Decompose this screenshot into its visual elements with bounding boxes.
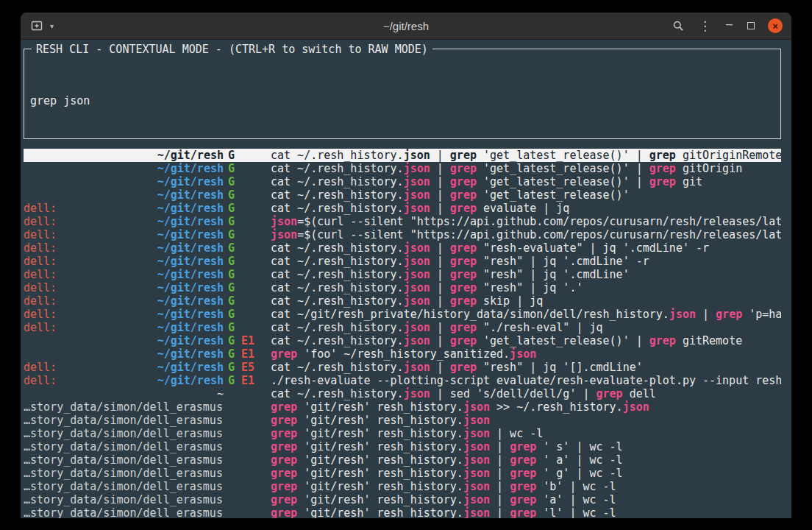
flag-E5: E5	[241, 361, 254, 374]
history-row[interactable]: dell:~/git/reshGcat ~/.resh_history.json…	[24, 294, 781, 308]
history-row[interactable]: dell:~/git/reshGjson=$(curl --silent "ht…	[24, 228, 781, 241]
directory-label: ~/git/resh	[157, 281, 224, 294]
row-flags	[224, 440, 266, 453]
new-tab-button[interactable]	[29, 18, 44, 33]
row-flags: G	[224, 149, 266, 162]
row-context: ~/git/resh	[24, 188, 224, 202]
menu-kebab-icon: ⋮	[699, 20, 711, 32]
row-flags: G	[224, 321, 266, 334]
history-row[interactable]: dell:~/git/reshGjson=$(curl --silent "ht…	[24, 215, 781, 228]
command-text: cat ~/.resh_history.json | grep "resh" |…	[266, 281, 781, 294]
history-row[interactable]: dell:~/git/reshGcat ~/.resh_history.json…	[24, 321, 781, 334]
flag-G: G	[228, 268, 235, 281]
directory-label: ~/git/resh	[157, 294, 224, 308]
host-label: …story_data/simon/dell_erasmus	[24, 467, 223, 480]
history-row[interactable]: dell:~/git/reshGcat ~/.resh_history.json…	[24, 241, 781, 255]
directory-label: ~/git/resh	[157, 175, 224, 188]
minimize-button[interactable]: –	[724, 18, 734, 33]
row-context: ~/git/resh	[24, 347, 224, 361]
flag-G: G	[228, 175, 235, 188]
directory-label: ~	[217, 387, 224, 400]
history-row[interactable]: …story_data/simon/dell_erasmusgrep 'git/…	[24, 493, 781, 506]
history-row[interactable]: dell:~/git/reshGcat ~/.resh_history.json…	[24, 268, 781, 281]
close-button[interactable]: ×	[768, 18, 783, 33]
history-row-selected[interactable]: ~/git/reshGcat ~/.resh_history.json | gr…	[24, 149, 781, 162]
history-row[interactable]: …story_data/simon/dell_erasmusgrep 'git/…	[24, 440, 781, 453]
titlebar-left-controls: ▾	[29, 18, 55, 33]
host-label: dell:	[24, 281, 57, 294]
chevron-down-icon: ▾	[50, 22, 54, 30]
host-label: dell:	[24, 202, 57, 215]
history-row[interactable]: …story_data/simon/dell_erasmusgrep 'git/…	[24, 453, 781, 467]
row-flags: G E5	[224, 361, 266, 374]
directory-label: ~/git/resh	[157, 347, 224, 361]
row-flags: G	[224, 188, 266, 202]
command-text: cat ~/.resh_history.json | grep "resh" |…	[266, 361, 781, 374]
search-query-input[interactable]: grep json	[30, 94, 774, 107]
history-row[interactable]: dell:~/git/reshGcat ~/.resh_history.json…	[24, 255, 781, 268]
host-label: …story_data/simon/dell_erasmus	[24, 480, 223, 493]
host-label: …story_data/simon/dell_erasmus	[24, 506, 223, 518]
history-row[interactable]: ~/git/reshG E1cat ~/.resh_history.json |…	[24, 334, 781, 347]
flag-G: G	[228, 149, 235, 162]
history-row[interactable]: dell:~/git/reshGcat ~/.resh_history.json…	[24, 202, 781, 215]
menu-button[interactable]: ⋮	[697, 18, 713, 34]
history-row[interactable]: …story_data/simon/dell_erasmusgrep 'git/…	[24, 506, 781, 518]
command-text: cat ~/.resh_history.json | grep 'get_lat…	[266, 175, 781, 188]
host-label: dell:	[24, 308, 57, 321]
command-text: grep 'git/resh' resh_history.json | grep…	[266, 453, 781, 467]
flag-E1: E1	[241, 374, 254, 387]
row-flags: G	[224, 162, 266, 175]
row-context: ~/git/resh	[24, 149, 224, 162]
history-row[interactable]: …story_data/simon/dell_erasmusgrep 'git/…	[24, 467, 781, 480]
command-text: ./resh-evaluate --plotting-script evalua…	[266, 374, 781, 387]
command-text: cat ~/.resh_history.json | grep evaluate…	[266, 202, 781, 215]
command-text: cat ~/.resh_history.json | grep 'get_lat…	[266, 188, 781, 202]
directory-label: ~/git/resh	[157, 228, 224, 241]
flag-G: G	[228, 188, 235, 202]
row-context: dell:~/git/resh	[24, 215, 224, 228]
history-row[interactable]: dell:~/git/reshG E5cat ~/.resh_history.j…	[24, 361, 781, 374]
history-row[interactable]: ~/git/reshGcat ~/.resh_history.json | gr…	[24, 162, 781, 175]
command-text: cat ~/.resh_history.json | grep "./resh-…	[266, 321, 781, 334]
history-row[interactable]: dell:~/git/reshG E1./resh-evaluate --plo…	[24, 374, 781, 387]
row-context: dell:~/git/resh	[24, 294, 224, 308]
row-context: …story_data/simon/dell_erasmus	[24, 453, 224, 467]
command-text: grep 'git/resh' resh_history.json | grep…	[266, 506, 781, 518]
history-row[interactable]: ~/git/reshG E1grep 'foo' ~/resh_history_…	[24, 347, 781, 361]
history-row[interactable]: …story_data/simon/dell_erasmusgrep 'git/…	[24, 480, 781, 493]
flag-G: G	[228, 215, 235, 228]
history-row[interactable]: ~/git/reshGcat ~/.resh_history.json | gr…	[24, 188, 781, 202]
row-flags: G E1	[224, 347, 266, 361]
flag-G: G	[228, 255, 235, 268]
command-text: cat ~/git/resh_private/history_data/simo…	[266, 308, 781, 321]
search-icon	[672, 20, 684, 32]
row-flags: G	[224, 255, 266, 268]
history-row[interactable]: …story_data/simon/dell_erasmusgrep 'git/…	[24, 414, 781, 427]
history-row[interactable]: dell:~/git/reshGcat ~/git/resh_private/h…	[24, 308, 781, 321]
history-row[interactable]: …story_data/simon/dell_erasmusgrep 'git/…	[24, 400, 781, 414]
history-row[interactable]: ~cat ~/.resh_history.json | sed 's/dell/…	[24, 387, 781, 400]
host-label: dell:	[24, 294, 57, 308]
host-label: dell:	[24, 361, 57, 374]
flag-E1: E1	[241, 334, 254, 347]
restore-button[interactable]	[746, 21, 756, 31]
tab-dropdown-button[interactable]: ▾	[49, 21, 55, 32]
window-title: ~/git/resh	[383, 20, 429, 32]
row-flags: G	[224, 202, 266, 215]
row-context: dell:~/git/resh	[24, 308, 224, 321]
search-button[interactable]	[671, 18, 685, 33]
row-context: …story_data/simon/dell_erasmus	[24, 467, 224, 480]
directory-label: ~/git/resh	[157, 361, 224, 374]
history-row[interactable]: ~/git/reshGcat ~/.resh_history.json | gr…	[24, 175, 781, 188]
row-context: …story_data/simon/dell_erasmus	[24, 427, 224, 440]
row-context: dell:~/git/resh	[24, 241, 224, 255]
row-context: ~	[24, 387, 224, 400]
row-context: ~/git/resh	[24, 162, 224, 175]
directory-label: ~/git/resh	[157, 162, 224, 175]
history-row[interactable]: …story_data/simon/dell_erasmusgrep 'git/…	[24, 427, 781, 440]
row-context: ~/git/resh	[24, 175, 224, 188]
row-flags: G	[224, 241, 266, 255]
terminal-content[interactable]: RESH CLI - CONTEXTUAL MODE - (CTRL+R to …	[21, 40, 791, 518]
history-row[interactable]: dell:~/git/reshGcat ~/.resh_history.json…	[24, 281, 781, 294]
